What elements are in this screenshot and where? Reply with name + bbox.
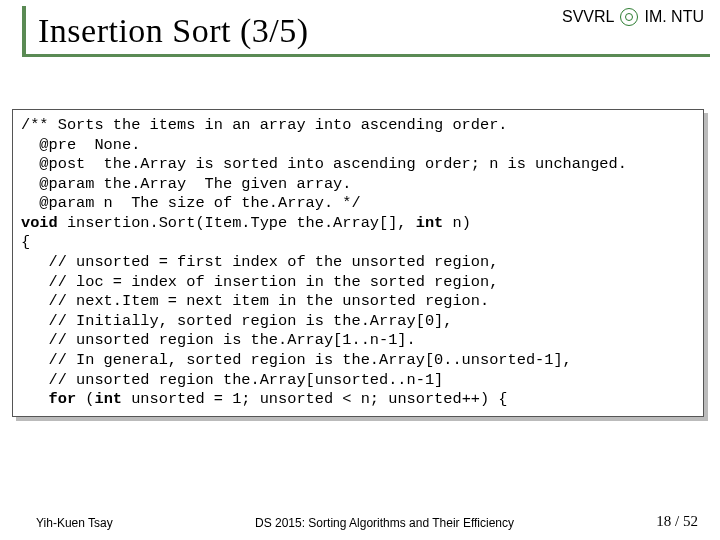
code-line: @param the.Array The given array. [21,175,351,193]
keyword-int: int [94,390,122,408]
title-rule [22,54,710,57]
code-line: // unsorted region the.Array[unsorted..n… [21,371,443,389]
keyword-int: int [416,214,444,232]
footer-page: 18 / 52 [656,513,706,530]
footer-course: DS 2015: Sorting Algorithms and Their Ef… [113,516,657,530]
code-line: n) [443,214,471,232]
code-line: insertion.Sort(Item.Type the.Array[], [58,214,416,232]
code-box: /** Sorts the items in an array into asc… [12,109,704,417]
keyword-for: for [49,390,77,408]
code-line: @post the.Array is sorted into ascending… [21,155,627,173]
code-line: { [21,233,30,251]
header: SVVRL IM. NTU Insertion Sort (3/5) [14,0,710,63]
code-content: /** Sorts the items in an array into asc… [21,116,695,410]
code-line: /** Sorts the items in an array into asc… [21,116,508,134]
code-line: // unsorted region is the.Array[1..n-1]. [21,331,416,349]
code-line: // loc = index of insertion in the sorte… [21,273,498,291]
code-line: // Initially, sorted region is the.Array… [21,312,452,330]
header-affiliation: SVVRL IM. NTU [562,8,704,26]
code-box-shadow: /** Sorts the items in an array into asc… [16,113,708,421]
ntu-seal-icon [620,8,638,26]
slide: SVVRL IM. NTU Insertion Sort (3/5) /** S… [0,0,720,540]
lab-name: SVVRL [562,8,614,26]
code-line: // In general, sorted region is the.Arra… [21,351,572,369]
code-line [21,390,49,408]
footer: Yih-Kuen Tsay DS 2015: Sorting Algorithm… [14,513,706,530]
code-line: @pre None. [21,136,140,154]
code-line: // unsorted = first index of the unsorte… [21,253,498,271]
code-line: // next.Item = next item in the unsorted… [21,292,489,310]
org-name: IM. NTU [644,8,704,26]
footer-author: Yih-Kuen Tsay [14,516,113,530]
keyword-void: void [21,214,58,232]
code-line: @param n The size of the.Array. */ [21,194,361,212]
code-line: ( [76,390,94,408]
code-line: unsorted = 1; unsorted < n; unsorted++) … [122,390,508,408]
